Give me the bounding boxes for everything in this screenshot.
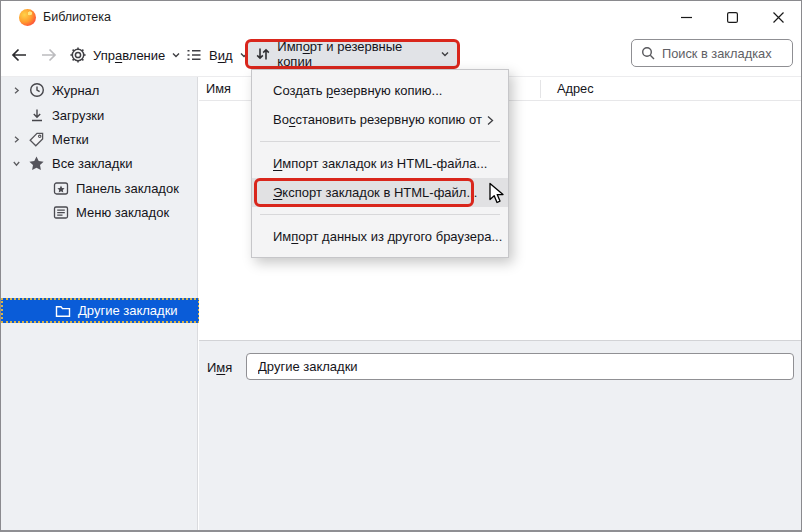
- search-input[interactable]: [662, 46, 783, 61]
- forward-button[interactable]: [39, 41, 59, 69]
- forward-icon: [39, 45, 59, 65]
- view-button[interactable]: Вид: [185, 41, 249, 69]
- folder-icon: [54, 304, 71, 318]
- bookmarks-menu-icon: [52, 205, 69, 220]
- chevron-right-icon[interactable]: [9, 86, 23, 95]
- menu-item-import-html[interactable]: Импорт закладок из HTML-файла...: [252, 149, 508, 178]
- back-button[interactable]: [9, 41, 29, 69]
- column-header-address[interactable]: Адрес: [557, 81, 594, 96]
- bookmarks-search[interactable]: [631, 39, 793, 67]
- maximize-button[interactable]: [709, 1, 755, 33]
- search-icon: [641, 46, 655, 60]
- name-field-input[interactable]: [246, 353, 794, 380]
- library-sidebar: Журнал Загрузки Метки Все закладки Панел…: [1, 77, 198, 530]
- import-backup-label: Импорт и резервные копии: [277, 39, 433, 69]
- menu-item-create-backup[interactable]: Создать резервную копию...: [252, 76, 508, 105]
- gear-icon: [69, 46, 87, 64]
- minimize-icon: [681, 12, 692, 23]
- name-field-label: Имя: [207, 360, 232, 375]
- star-icon: [28, 155, 45, 172]
- download-icon: [28, 107, 45, 123]
- view-label: Вид: [209, 48, 233, 63]
- close-icon: [773, 12, 784, 23]
- chevron-down-icon[interactable]: [9, 159, 23, 168]
- maximize-icon: [727, 12, 738, 23]
- menu-separator: [260, 214, 500, 215]
- view-list-icon: [185, 46, 203, 64]
- sidebar-item-bookmarks-toolbar[interactable]: Панель закладок: [1, 176, 198, 200]
- sidebar-item-history[interactable]: Журнал: [1, 78, 198, 102]
- submenu-chevron-right-icon: [485, 114, 495, 129]
- sidebar-item-all-bookmarks[interactable]: Все закладки: [1, 151, 198, 175]
- back-icon: [9, 45, 29, 65]
- mouse-cursor: [487, 182, 508, 208]
- sidebar-item-other-bookmarks[interactable]: Другие закладки: [1, 298, 200, 323]
- column-header-name[interactable]: Имя: [206, 81, 231, 96]
- sidebar-item-tags[interactable]: Метки: [1, 127, 198, 151]
- menu-separator: [260, 141, 500, 142]
- minimize-button[interactable]: [663, 1, 709, 33]
- import-backup-menu: Создать резервную копию... Восстановить …: [251, 69, 509, 258]
- chevron-down-icon: [440, 49, 450, 59]
- import-export-icon: [255, 46, 270, 62]
- window-title: Библиотека: [43, 10, 111, 24]
- manage-label: Управление: [93, 48, 165, 63]
- tag-icon: [28, 131, 45, 148]
- firefox-logo-icon: [19, 9, 36, 26]
- import-backup-button[interactable]: Импорт и резервные копии: [245, 39, 460, 69]
- window-controls: [663, 1, 801, 33]
- menu-item-restore-backup[interactable]: Восстановить резервную копию от: [252, 105, 508, 134]
- chevron-down-icon: [171, 50, 181, 60]
- bookmarks-toolbar-icon: [52, 181, 69, 196]
- menu-item-export-html[interactable]: Экспорт закладок в HTML-файл...: [252, 178, 508, 207]
- close-button[interactable]: [755, 1, 801, 33]
- manage-button[interactable]: Управление: [69, 41, 181, 69]
- sidebar-item-downloads[interactable]: Загрузки: [1, 103, 198, 127]
- item-details-panel: Имя: [199, 340, 801, 530]
- menu-item-import-browser-data[interactable]: Импорт данных из другого браузера...: [252, 222, 508, 251]
- chevron-right-icon[interactable]: [9, 135, 23, 144]
- sidebar-item-bookmarks-menu[interactable]: Меню закладок: [1, 200, 198, 224]
- clock-icon: [28, 82, 45, 98]
- column-divider[interactable]: [540, 80, 541, 98]
- title-bar: Библиотека: [1, 1, 801, 33]
